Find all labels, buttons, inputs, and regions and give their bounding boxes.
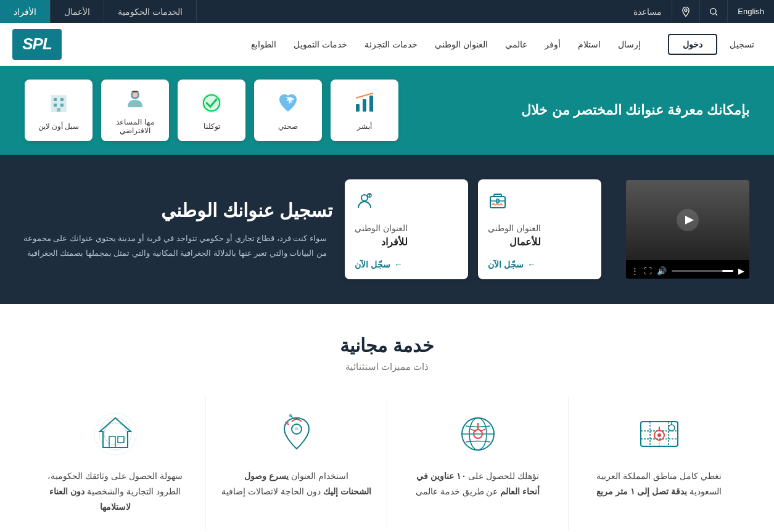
logo-area: SPL [12, 29, 62, 60]
svg-rect-14 [363, 99, 366, 112]
main-nav-links: إرسالاستلامأوفرعالميالعنوان الوطنيخدمات … [62, 23, 668, 66]
dark-section: ▶ 🔊 ⛶ ⋮ العنوان الوطني للأ [0, 155, 774, 304]
address-cards: العنوان الوطني للأعمال ← سجّل الآن الع [345, 179, 601, 279]
nav-individuals[interactable]: الأفراد [0, 0, 51, 23]
svg-rect-8 [57, 108, 60, 112]
feature-icon-1 [453, 409, 503, 459]
individuals-card-link[interactable]: ← سجّل الآن [355, 250, 403, 269]
banner-card-label: مها المساعد الافتراضي [101, 118, 169, 135]
banner-card-أبشر[interactable]: أبشر [331, 80, 398, 141]
banner-card-label: سبل أون لاين [38, 122, 80, 131]
banner-card-label: توكلنا [204, 122, 220, 131]
free-title: خدمة مجانية [25, 335, 749, 356]
top-bar-right: الخدمات الحكومية الأعمال الأفراد [0, 0, 197, 23]
feature-text-3: سهولة الحصول على وثائقك الحكومية، الطرود… [39, 469, 191, 515]
nav-government[interactable]: الخدمات الحكومية [104, 0, 197, 23]
nav-link-خدمات التجزئة[interactable]: خدمات التجزئة [356, 23, 426, 66]
svg-line-1 [715, 14, 717, 15]
svg-point-2 [685, 9, 687, 11]
feature-card-2: استخدام العنوان يسرع وصولالشحنات إليك دو… [205, 397, 387, 530]
dark-text-area: تسجيل عنوانك الوطني سواء كنت فرد، قطاع ت… [19, 198, 345, 260]
feature-text-0: تغطي كامل مناطق المملكة العربية السعودية… [583, 469, 735, 499]
search-icon-btn[interactable] [699, 0, 727, 23]
logo[interactable]: SPL [12, 29, 62, 60]
banner-card-مها المساعد الافتراضي[interactable]: مها المساعد الافتراضي [101, 80, 169, 141]
main-nav: تسجيل دخول إرسالاستلامأوفرعالميالعنوان ا… [0, 23, 774, 66]
svg-rect-15 [369, 96, 373, 112]
dark-main-title: تسجيل عنوانك الوطني [19, 198, 332, 223]
banner-card-صحتي[interactable]: صحتي [254, 80, 322, 141]
banner-card-icon [276, 91, 300, 118]
svg-point-27 [657, 433, 661, 437]
nav-link-استلام[interactable]: استلام [569, 23, 609, 66]
free-subtitle: ذات مميزات استثنائية [25, 361, 749, 372]
svg-rect-5 [60, 98, 64, 101]
feature-text-2: استخدام العنوان يسرع وصولالشحنات إليك دو… [221, 469, 371, 499]
dark-sub-text: سواء كنت فرد، قطاع تجاري أو حكومي تتواجد… [19, 231, 327, 260]
top-bar: English مساعدة الخدمات الحكومية الأعمال … [0, 0, 774, 23]
video-controls[interactable]: ▶ 🔊 ⛶ ⋮ [626, 263, 749, 279]
nav-link-خدمات التمويل[interactable]: خدمات التمويل [285, 23, 356, 66]
svg-point-44 [94, 413, 136, 455]
english-link[interactable]: English [727, 0, 774, 23]
svg-point-38 [289, 414, 292, 417]
banner-card-icon [352, 91, 377, 118]
feature-icon-0 [635, 409, 684, 459]
volume-button[interactable]: 🔊 [657, 266, 667, 276]
more-button[interactable]: ⋮ [631, 266, 639, 276]
video-progress-fill [722, 270, 733, 272]
svg-point-11 [202, 93, 221, 113]
svg-point-10 [133, 92, 138, 97]
nav-link-الطوابع[interactable]: الطوابع [242, 23, 285, 66]
nav-link-إرسال[interactable]: إرسال [609, 23, 649, 66]
feature-icon-2 [272, 409, 321, 459]
svg-rect-18 [490, 197, 505, 208]
video-progress[interactable] [672, 270, 733, 272]
feature-text-1: تؤهلك للحصول على ١٠ عناوين فيأنحاء العال… [416, 469, 540, 499]
svg-point-21 [361, 195, 368, 201]
free-section: خدمة مجانية ذات مميزات استثنائية تغطي كا… [0, 304, 774, 532]
banner-card-label: أبشر [357, 122, 372, 131]
banner-card-سبل أون لاين[interactable]: سبل أون لاين [25, 80, 93, 141]
svg-point-37 [285, 421, 289, 425]
individuals-card-title: العنوان الوطني للأفراد [355, 222, 408, 250]
banner-card-icon [123, 86, 147, 114]
svg-rect-7 [60, 104, 64, 107]
svg-point-0 [710, 8, 716, 14]
video-player[interactable]: ▶ 🔊 ⛶ ⋮ [626, 180, 749, 279]
svg-point-30 [669, 425, 675, 431]
auth-area: تسجيل دخول [668, 34, 762, 55]
svg-rect-40 [109, 436, 115, 448]
login-button[interactable]: دخول [668, 34, 717, 55]
nav-business[interactable]: الأعمال [51, 0, 104, 23]
feature-card-1: تؤهلك للحصول على ١٠ عناوين فيأنحاء العال… [387, 397, 568, 530]
teal-banner: بإمكانك معرفة عنوانك المختصر من خلال سبل… [0, 66, 774, 155]
svg-rect-6 [54, 104, 57, 107]
nav-link-العنوان الوطني[interactable]: العنوان الوطني [426, 23, 496, 66]
individuals-card-icon [355, 192, 374, 216]
business-card-icon [488, 192, 508, 216]
address-card-individuals[interactable]: العنوان الوطني للأفراد ← سجّل الآن [345, 179, 468, 279]
address-card-business[interactable]: العنوان الوطني للأعمال ← سجّل الآن [478, 179, 601, 279]
banner-title: بإمكانك معرفة عنوانك المختصر من خلال [503, 102, 749, 118]
svg-rect-4 [54, 98, 57, 101]
feature-icon-3 [91, 409, 140, 459]
help-text: مساعدة [624, 0, 672, 23]
location-icon-btn[interactable] [672, 0, 699, 23]
feature-card-3: سهولة الحصول على وثائقك الحكومية، الطرود… [25, 397, 205, 530]
business-card-link[interactable]: ← سجّل الآن [488, 250, 536, 269]
video-thumbnail [626, 180, 749, 260]
nav-link-عالمي[interactable]: عالمي [496, 23, 536, 66]
banner-card-توكلنا[interactable]: توكلنا [178, 80, 245, 141]
banner-card-label: صحتي [278, 122, 298, 131]
register-button[interactable]: تسجيل [722, 35, 762, 54]
nav-link-أوفر[interactable]: أوفر [536, 23, 569, 66]
top-bar-left: English مساعدة [624, 0, 774, 23]
banner-card-icon [46, 91, 71, 118]
banner-card-icon [199, 91, 224, 118]
svg-rect-13 [356, 104, 360, 112]
logo-text: SPL [22, 35, 52, 54]
feature-card-0: تغطي كامل مناطق المملكة العربية السعودية… [568, 397, 749, 530]
play-button[interactable]: ▶ [738, 266, 744, 276]
fullscreen-button[interactable]: ⛶ [644, 266, 652, 276]
